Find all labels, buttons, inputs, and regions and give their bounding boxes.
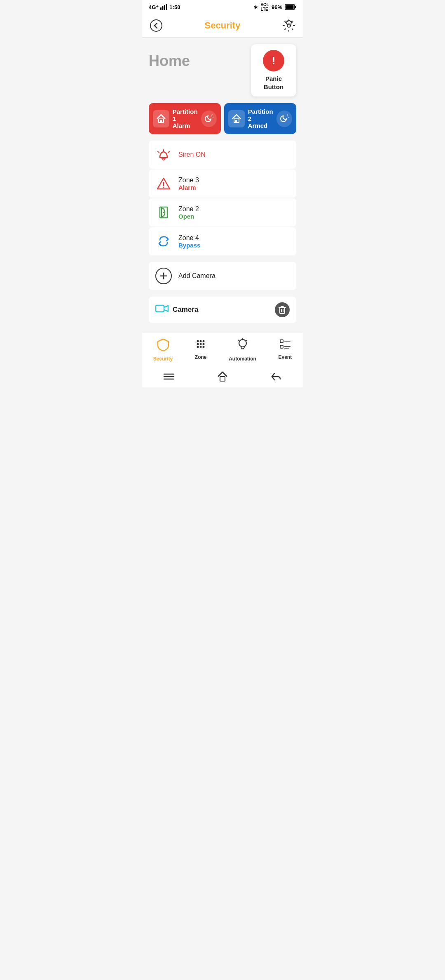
back-system-button[interactable] xyxy=(268,368,284,385)
status-left: 4G⁺ 1:50 xyxy=(149,4,180,10)
door-icon xyxy=(156,205,171,220)
partition-1-moon-icon xyxy=(201,111,217,127)
grid-icon xyxy=(195,338,206,350)
menu-button[interactable] xyxy=(161,368,177,385)
partition-2-name: Partition 2 xyxy=(248,108,276,122)
svg-line-22 xyxy=(168,151,169,153)
svg-rect-56 xyxy=(220,377,225,381)
app-header: Security xyxy=(142,14,303,38)
svg-point-18 xyxy=(287,114,288,115)
svg-rect-6 xyxy=(286,5,294,9)
nav-items: Security Zone xyxy=(142,337,303,363)
settings-button[interactable] xyxy=(281,18,296,33)
partition-1-left: Partition 1 Alarm xyxy=(153,108,201,129)
svg-point-17 xyxy=(288,117,289,118)
bulb-icon xyxy=(237,338,248,351)
add-camera-label: Add Camera xyxy=(178,272,215,280)
partition-2-house-icon xyxy=(228,110,245,127)
camera-left: Camera xyxy=(155,304,198,316)
plus-icon xyxy=(159,271,168,280)
security-nav-icon xyxy=(157,338,169,354)
partition-2-card[interactable]: Partition 2 Armed xyxy=(224,103,296,134)
siren-icon xyxy=(155,146,172,163)
svg-point-37 xyxy=(197,343,199,345)
time-display: 1:50 xyxy=(169,4,180,10)
zone-2-item[interactable]: Zone 2 Open xyxy=(149,198,296,226)
siren-name: Siren ON xyxy=(178,151,290,158)
bypass-icon xyxy=(156,233,171,249)
home-button[interactable] xyxy=(214,368,231,385)
svg-rect-15 xyxy=(235,120,237,122)
svg-point-36 xyxy=(203,340,205,342)
svg-line-46 xyxy=(238,340,239,341)
warning-icon xyxy=(156,176,171,191)
nav-event[interactable]: Event xyxy=(273,337,297,363)
zone-3-icon xyxy=(155,175,172,192)
svg-point-34 xyxy=(197,340,199,342)
event-nav-icon xyxy=(279,338,291,353)
svg-point-43 xyxy=(239,339,246,347)
svg-rect-1 xyxy=(162,6,164,10)
zone-4-status: Bypass xyxy=(178,242,290,249)
camera-label: Camera xyxy=(173,306,198,314)
partition-2-left: Partition 2 Armed xyxy=(228,108,276,129)
svg-point-7 xyxy=(150,20,162,31)
panic-icon: ! xyxy=(263,50,284,71)
video-camera-icon xyxy=(155,304,169,313)
panic-button[interactable]: ! PanicButton xyxy=(251,44,296,97)
svg-line-47 xyxy=(246,340,247,341)
partition-2-text: Partition 2 Armed xyxy=(248,108,276,129)
zone-4-icon xyxy=(155,233,172,250)
zone-3-item[interactable]: Zone 3 Alarm xyxy=(149,170,296,198)
siren-item[interactable]: Siren ON xyxy=(149,141,296,169)
status-right: ∗ VOLLTE 96% xyxy=(253,2,296,12)
zone-3-status: Alarm xyxy=(178,184,290,191)
svg-point-11 xyxy=(211,115,212,116)
svg-point-13 xyxy=(212,114,213,115)
panic-label: PanicButton xyxy=(264,75,283,91)
add-camera-item[interactable]: Add Camera xyxy=(149,262,296,290)
nav-security[interactable]: Security xyxy=(148,337,178,363)
svg-rect-31 xyxy=(156,305,164,312)
svg-point-28 xyxy=(163,212,164,213)
battery-icon xyxy=(285,4,296,10)
nav-automation[interactable]: Automation xyxy=(224,337,261,363)
svg-point-42 xyxy=(203,346,205,348)
zone-2-icon xyxy=(155,204,172,221)
add-camera-icon xyxy=(155,268,172,284)
trash-icon xyxy=(279,306,286,314)
svg-rect-3 xyxy=(166,4,167,10)
partition-1-card[interactable]: Partition 1 Alarm xyxy=(149,103,221,134)
svg-point-38 xyxy=(200,343,202,345)
siren-svg xyxy=(156,147,171,163)
automation-nav-icon xyxy=(237,338,248,354)
back-icon xyxy=(150,19,163,32)
house-icon-2 xyxy=(231,113,242,124)
moon-stars-icon-2 xyxy=(279,113,290,124)
zone-4-item[interactable]: Zone 4 Bypass xyxy=(149,227,296,255)
security-nav-label: Security xyxy=(153,356,173,362)
network-indicator: 4G⁺ xyxy=(149,4,159,10)
svg-point-16 xyxy=(287,115,288,116)
nav-zone[interactable]: Zone xyxy=(190,337,212,363)
delete-button[interactable] xyxy=(275,302,290,317)
zone-4-info: Zone 4 Bypass xyxy=(178,234,290,249)
camera-icon xyxy=(155,304,169,316)
zone-3-info: Zone 3 Alarm xyxy=(178,177,290,191)
zone-nav-label: Zone xyxy=(195,354,207,360)
signal-icon xyxy=(160,4,168,10)
zone-3-name: Zone 3 xyxy=(178,177,290,184)
status-bar: 4G⁺ 1:50 ∗ VOLLTE 96% xyxy=(142,0,303,14)
svg-point-40 xyxy=(197,346,199,348)
svg-point-35 xyxy=(200,340,202,342)
partition-2-moon-icon xyxy=(276,111,292,127)
zone-nav-icon xyxy=(195,338,206,353)
automation-nav-label: Automation xyxy=(229,356,256,362)
zone-2-info: Zone 2 Open xyxy=(178,205,290,220)
back-button[interactable] xyxy=(149,18,164,33)
page-title: Security xyxy=(205,20,241,31)
hamburger-icon xyxy=(163,372,175,381)
gear-icon xyxy=(282,19,295,32)
partition-1-house-icon xyxy=(153,110,169,127)
moon-stars-icon xyxy=(204,113,214,124)
